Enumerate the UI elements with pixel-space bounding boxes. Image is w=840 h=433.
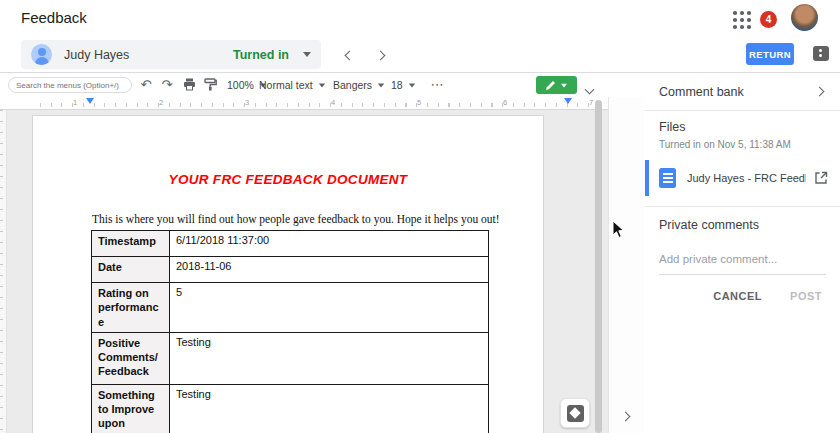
font-select[interactable]: Bangers: [333, 78, 385, 92]
editing-mode-button[interactable]: [536, 76, 577, 94]
chevron-right-icon: [621, 412, 631, 422]
explore-icon: [567, 405, 584, 422]
document-viewer: ↶ ↷ 100% Normal text Bangers 18 ⋯: [0, 73, 644, 433]
files-label: Files: [659, 120, 826, 134]
feedback-table: Timestamp 6/11/2018 11:37:00 Date 2018-1…: [91, 230, 489, 433]
notification-badge[interactable]: 4: [760, 11, 777, 28]
student-dropdown-caret-icon: [303, 52, 311, 57]
private-comment-input[interactable]: [659, 253, 826, 275]
horizontal-ruler: 1 2 3 4 5 6 7: [0, 97, 608, 110]
explore-button[interactable]: [560, 398, 590, 428]
top-header: Feedback 4: [0, 0, 840, 36]
grading-comment-icon[interactable]: [813, 46, 829, 61]
redo-icon[interactable]: ↷: [158, 76, 176, 94]
table-row: Date 2018-11-06: [92, 257, 489, 283]
open-in-new-icon[interactable]: [814, 171, 828, 185]
right-indent-marker[interactable]: [564, 98, 572, 104]
assignment-title: Feedback: [21, 9, 87, 26]
comment-actions: CANCEL POST: [663, 290, 822, 302]
paint-format-icon[interactable]: [201, 76, 219, 94]
paragraph-style-select[interactable]: Normal text: [259, 78, 326, 92]
document-page[interactable]: YOUR FRC FEEDBACK DOCUMENT This is where…: [32, 115, 544, 433]
docs-toolbar: ↶ ↷ 100% Normal text Bangers 18 ⋯: [0, 73, 644, 97]
font-size-select[interactable]: 18: [391, 78, 416, 92]
doc-intro-paragraph: This is where you will find out how peop…: [92, 213, 500, 225]
file-item[interactable]: Judy Hayes - FRC Feedback D...: [645, 160, 840, 196]
previous-student-button[interactable]: [340, 46, 358, 64]
comment-bank-row[interactable]: Comment bank: [645, 73, 840, 111]
chevron-right-icon: [815, 87, 825, 97]
return-button[interactable]: RETURN: [746, 43, 794, 65]
expand-panel-button[interactable]: [622, 406, 629, 424]
table-row: Timestamp 6/11/2018 11:37:00: [92, 231, 489, 257]
table-row: Rating on performance 5: [92, 283, 489, 333]
turned-in-timestamp: Turned in on Nov 5, 11:38 AM: [659, 139, 826, 150]
student-name: Judy Hayes: [64, 48, 233, 62]
student-avatar-icon: [31, 44, 52, 65]
vertical-ruler: [0, 110, 7, 433]
google-apps-grid-icon[interactable]: [733, 11, 751, 29]
menu-search-input[interactable]: [8, 77, 132, 93]
pencil-icon: [545, 80, 556, 91]
teacher-avatar[interactable]: [791, 4, 818, 31]
chevron-left-icon: [344, 50, 354, 60]
print-icon[interactable]: [180, 76, 198, 94]
left-indent-marker[interactable]: [86, 98, 94, 104]
more-options-icon[interactable]: ⋯: [428, 76, 446, 94]
table-row: Positive Comments/Feedback Testing: [92, 332, 489, 384]
review-bar: Judy Hayes Turned in RETURN: [0, 36, 840, 73]
document-canvas: YOUR FRC FEEDBACK DOCUMENT This is where…: [0, 110, 608, 433]
collapse-toolbar-button[interactable]: [586, 79, 600, 91]
student-selector[interactable]: Judy Hayes Turned in: [21, 40, 321, 69]
submission-status: Turned in: [233, 48, 289, 62]
table-row: Something to Improve upon Testing: [92, 384, 489, 433]
collapsed-side-rail: [608, 97, 644, 433]
post-button[interactable]: POST: [790, 290, 822, 302]
grading-sidebar: Comment bank Files Turned in on Nov 5, 1…: [645, 73, 840, 433]
comment-bank-label: Comment bank: [659, 85, 816, 99]
chevron-down-icon: [585, 85, 595, 95]
doc-heading: YOUR FRC FEEDBACK DOCUMENT: [33, 172, 543, 187]
chevron-right-icon: [375, 50, 385, 60]
classroom-grading-view: Feedback 4 Judy Hayes Turned in RETURN ↶…: [0, 0, 840, 433]
file-title: Judy Hayes - FRC Feedback D...: [687, 172, 806, 184]
google-doc-icon: [659, 168, 676, 188]
next-student-button[interactable]: [371, 46, 389, 64]
private-comments-label: Private comments: [645, 207, 840, 232]
files-section: Files Turned in on Nov 5, 11:38 AM: [645, 111, 840, 150]
undo-icon[interactable]: ↶: [137, 76, 155, 94]
cancel-button[interactable]: CANCEL: [713, 290, 762, 302]
document-scrollbar[interactable]: [595, 100, 602, 433]
